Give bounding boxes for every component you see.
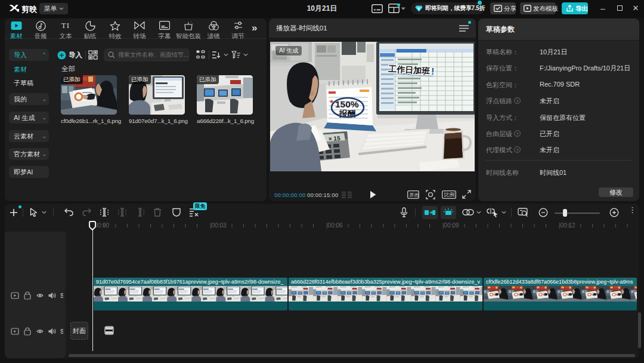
svg-text:比例: 比例 — [444, 192, 454, 198]
svg-text:!: ! — [431, 66, 435, 76]
svg-text:× 15: × 15 — [329, 135, 341, 142]
svg-text:150%: 150% — [335, 99, 359, 109]
svg-text:原画: 原画 — [409, 192, 419, 198]
svg-text:S: S — [60, 293, 63, 299]
svg-text:S: S — [60, 328, 63, 335]
